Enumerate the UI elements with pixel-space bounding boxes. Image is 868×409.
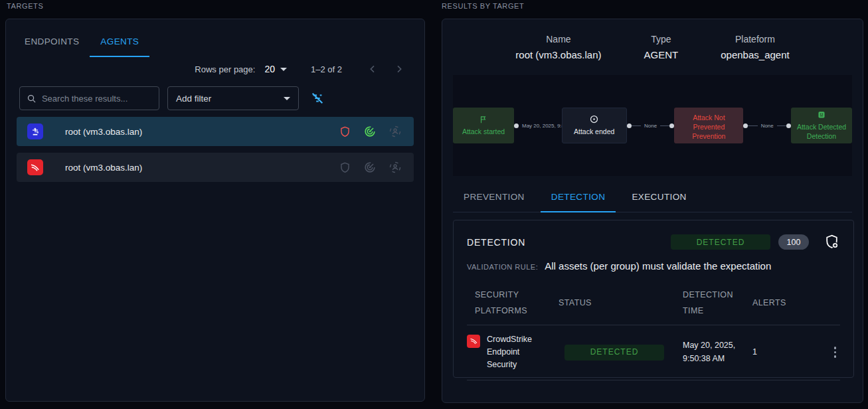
- pagination-bar: Rows per page: 20 1–2 of 2: [6, 57, 424, 77]
- header-status: STATUS: [559, 289, 683, 317]
- crowdstrike-icon: [467, 335, 480, 348]
- timeline-node-attack-detected[interactable]: Attack Detected Detection: [791, 108, 852, 143]
- connector-dot: [514, 123, 519, 128]
- rows-per-page-value: 20: [264, 64, 275, 74]
- bug-icon: [817, 110, 826, 120]
- tab-detection[interactable]: DETECTION: [541, 187, 616, 212]
- validation-rule-value: All assets (per group) must validate the…: [545, 260, 771, 272]
- header-security-platforms: SECURITY PLATFORMS: [467, 281, 559, 325]
- add-filter-label: Add filter: [176, 94, 211, 104]
- agent-row-label: root (vm3.obas.lan): [65, 127, 339, 137]
- row-status-chip: DETECTED: [564, 345, 664, 361]
- filter-list-off-icon: [310, 91, 325, 106]
- timeline-node-attack-ended[interactable]: Attack ended: [562, 108, 627, 143]
- header-alerts: ALERTS: [752, 289, 806, 317]
- search-input[interactable]: [42, 94, 152, 104]
- target-summary: Name root (vm3.obas.lan) Type AGENT Plat…: [442, 19, 863, 60]
- add-filter-select[interactable]: Add filter: [167, 86, 299, 110]
- detected-status-chip: DETECTED: [671, 234, 770, 250]
- results-section-title: RESULTS BY TARGET: [442, 2, 524, 10]
- detection-time-value: May 20, 2025, 9:50:38 AM: [683, 339, 736, 365]
- crowdstrike-icon: [27, 159, 43, 175]
- security-platforms-table: SECURITY PLATFORMS STATUS DETECTION TIME…: [467, 281, 840, 380]
- detection-card: DETECTION DETECTED 100 VALIDATION RULE: …: [453, 220, 854, 378]
- name-label: Name: [546, 34, 570, 44]
- targets-tabs: ENDPOINTS AGENTS: [6, 19, 424, 57]
- target-icon: [589, 114, 599, 124]
- connector-dot: [786, 123, 791, 128]
- connector-dot: [627, 123, 632, 128]
- type-label: Type: [651, 34, 671, 44]
- name-value: root (vm3.obas.lan): [515, 49, 601, 60]
- score-chip: 100: [778, 234, 809, 250]
- shield-plus-icon: [824, 234, 840, 250]
- detection-title: DETECTION: [467, 237, 671, 248]
- chevron-left-icon: [367, 64, 378, 74]
- timeline-node-label: Attack started: [462, 127, 505, 136]
- connector-dot: [743, 123, 748, 128]
- next-page-button[interactable]: [391, 61, 407, 77]
- pagination-range: 1–2 of 2: [311, 64, 342, 74]
- platform-name: CrowdStrike Endpoint Security: [487, 333, 541, 372]
- detection-card-header: DETECTION DETECTED 100: [467, 234, 840, 250]
- rows-per-page-select[interactable]: 20: [264, 64, 287, 74]
- tab-execution[interactable]: EXECUTION: [621, 187, 697, 212]
- search-icon: [27, 93, 37, 104]
- alerts-count: 1: [752, 338, 806, 367]
- results-card: Name root (vm3.obas.lan) Type AGENT Plat…: [442, 19, 863, 403]
- agent-status-icons: [339, 125, 402, 138]
- agent-status-icons: [339, 161, 402, 174]
- prevention-shield-icon: [339, 161, 351, 174]
- connector-label: None: [641, 123, 660, 129]
- caret-down-icon: [284, 97, 290, 100]
- timeline-node-label: Attack ended: [574, 127, 614, 136]
- targets-card: ENDPOINTS AGENTS Rows per page: 20 1–2 o…: [5, 19, 425, 402]
- detection-track-changes-icon: [363, 125, 377, 138]
- tab-endpoints[interactable]: ENDPOINTS: [14, 33, 90, 57]
- timeline-node-not-prevented[interactable]: Attack Not Prevented Prevention: [674, 108, 743, 143]
- human-validation-icon: [389, 161, 402, 174]
- add-validation-button[interactable]: [824, 234, 840, 250]
- timeline-node-sublabel: Detection: [807, 131, 836, 141]
- caret-down-icon: [280, 68, 287, 71]
- chevron-right-icon: [394, 64, 404, 74]
- search-box[interactable]: [19, 86, 159, 110]
- agents-list: root (vm3.obas.lan): [6, 110, 424, 182]
- tab-prevention[interactable]: PREVENTION: [453, 187, 535, 212]
- filter-toolbar: Add filter: [6, 77, 424, 110]
- table-row: CrowdStrike Endpoint Security DETECTED M…: [467, 325, 840, 380]
- timeline-node-label: Attack Detected: [797, 122, 846, 131]
- type-value: AGENT: [644, 49, 679, 60]
- attack-timeline: Attack started May 20, 2025, 9:49:00 AM …: [453, 75, 852, 176]
- timeline-node-label: Attack Not Prevented: [678, 113, 739, 131]
- targets-section-title: TARGETS: [7, 2, 43, 10]
- agent-row-crowdstrike[interactable]: root (vm3.obas.lan): [17, 153, 414, 182]
- platform-value: openbas_agent: [721, 49, 789, 60]
- row-menu-button[interactable]: [830, 344, 841, 361]
- previous-page-button[interactable]: [365, 61, 381, 77]
- detection-track-changes-icon: [363, 161, 377, 174]
- timeline-node-sublabel: Prevention: [692, 131, 725, 141]
- validation-rule-label: VALIDATION RULE:: [467, 263, 538, 271]
- agent-row-label: root (vm3.obas.lan): [65, 163, 339, 173]
- header-detection-time: DETECTION TIME: [683, 281, 752, 325]
- connector-label: None: [758, 123, 777, 129]
- openbas-results-page: TARGETS ENDPOINTS AGENTS Rows per page: …: [0, 0, 868, 409]
- flag-icon: [479, 115, 488, 124]
- agent-row-openbas[interactable]: root (vm3.obas.lan): [17, 117, 414, 146]
- connector-dot: [669, 123, 674, 128]
- prevention-shield-icon: [339, 125, 351, 138]
- openbas-agent-icon: [27, 123, 43, 139]
- platform-label: Plateform: [735, 34, 775, 44]
- clear-filters-button[interactable]: [307, 88, 328, 109]
- rows-per-page-label: Rows per page:: [195, 64, 255, 74]
- timeline-connector: None: [743, 123, 791, 129]
- timeline-connector: May 20, 2025, 9:49:00 AM: [514, 123, 562, 129]
- validation-rule: VALIDATION RULE: All assets (per group) …: [467, 260, 840, 272]
- table-header-row: SECURITY PLATFORMS STATUS DETECTION TIME…: [467, 281, 840, 325]
- tab-agents[interactable]: AGENTS: [90, 33, 149, 57]
- expectation-tabs: PREVENTION DETECTION EXECUTION: [453, 187, 852, 212]
- human-validation-icon: [389, 125, 402, 138]
- timeline-node-attack-started[interactable]: Attack started: [453, 108, 514, 143]
- timeline-connector: None: [627, 123, 675, 129]
